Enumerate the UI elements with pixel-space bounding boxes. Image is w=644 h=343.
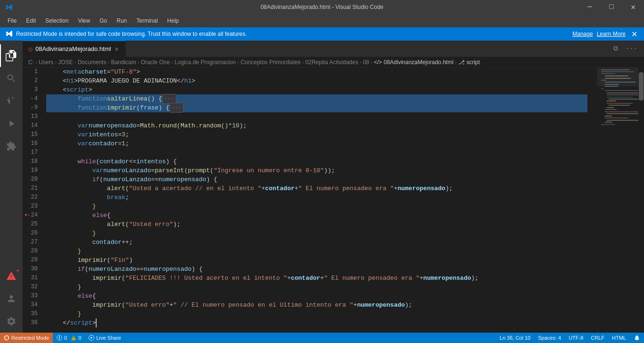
manage-link[interactable]: Manage [572, 31, 593, 37]
line-17: 17 [23, 148, 41, 157]
menu-go[interactable]: Go [96, 17, 111, 25]
breadcrumb-jose[interactable]: JOSE [58, 59, 73, 66]
encoding-setting[interactable]: UTF-8 [565, 333, 587, 343]
line-ending-setting[interactable]: CRLF [587, 333, 608, 343]
menu-bar: File Edit Selection View Go Run Terminal… [0, 14, 644, 27]
breadcrumb-script[interactable]: ⎇ script [458, 59, 480, 66]
code-line-28: } [46, 247, 587, 256]
code-line-21: alert("Usted a acertado // en el intento… [46, 184, 587, 193]
extensions-icon[interactable] [0, 135, 23, 158]
spaces-setting[interactable]: Spaces: 4 [534, 333, 565, 343]
tab-close-button[interactable]: × [114, 44, 119, 54]
run-debug-icon[interactable] [0, 112, 23, 135]
menu-selection[interactable]: Selection [41, 17, 72, 25]
account-icon[interactable] [0, 287, 23, 310]
svg-rect-5 [605, 75, 628, 76]
line-35: 35 [23, 310, 41, 318]
code-line-9: function imprimir(frase) { ··· [46, 103, 587, 112]
line-13: 13 [23, 112, 41, 121]
code-line-34: imprimir("Usted erro" + " // El numero p… [46, 301, 587, 310]
svg-rect-18 [607, 103, 633, 104]
line-3: 3 [23, 85, 41, 94]
line-36: 36 [23, 318, 41, 327]
status-bar: Restricted Mode 0 0 Live Share Ln 36, Co… [0, 333, 644, 343]
warnings-num: 0 [78, 335, 81, 341]
notification-close[interactable]: ✕ [629, 30, 639, 39]
svg-rect-3 [601, 71, 634, 72]
svg-rect-21 [605, 109, 617, 110]
line-4: ›4 [23, 94, 41, 103]
menu-help[interactable]: Help [164, 17, 183, 25]
source-control-icon[interactable] [0, 90, 23, 112]
code-line-1: <meta charset="UTF-8"> [46, 67, 587, 76]
status-left: Restricted Mode 0 0 Live Share [0, 333, 125, 343]
svg-rect-26 [607, 120, 642, 121]
code-line-32: } [46, 283, 587, 292]
breadcrumb-drive[interactable]: C: [28, 59, 34, 66]
notification-text: Restricted Mode is intended for safe cod… [16, 31, 569, 37]
errors-warnings-icon[interactable] [0, 265, 23, 287]
settings-icon[interactable] [0, 310, 23, 333]
status-right: Ln 36, Col 10 Spaces: 4 UTF-8 CRLF HTML [496, 333, 644, 343]
close-button[interactable]: ✕ [622, 0, 644, 14]
breadcrumb-users[interactable]: Users [39, 59, 53, 66]
minimize-button[interactable]: ─ [579, 0, 601, 14]
code-line-14: var numeropensado= Math.round(Math.rando… [46, 121, 587, 130]
vscode-notif-icon [5, 30, 12, 39]
breadcrumb-bandicam[interactable]: Bandicam [111, 59, 136, 66]
split-editor-icon[interactable]: ⧉ [611, 43, 621, 54]
vertical-scrollbar[interactable] [638, 67, 644, 333]
breadcrumb-08[interactable]: 08 [363, 59, 369, 66]
learn-more-link[interactable]: Learn More [597, 31, 626, 37]
live-share-label: Live Share [96, 335, 121, 341]
code-line-3: <script> [46, 85, 587, 94]
search-icon[interactable] [0, 67, 23, 90]
notification-bar: Restricted Mode is intended for safe cod… [0, 27, 644, 41]
code-editor[interactable]: 1 2 3 ›4 ›9 13 14 15 16 17 18 19 20 21 2… [23, 67, 644, 333]
breadcrumb-conceptos[interactable]: Conceptos Primordiales [240, 59, 300, 66]
menu-terminal[interactable]: Terminal [132, 17, 161, 25]
code-line-35: } [46, 310, 587, 318]
svg-rect-10 [605, 86, 618, 87]
line-26: 26 [23, 229, 41, 238]
code-content[interactable]: <meta charset="UTF-8"> <h1>PROGRAMA JUEG… [46, 67, 644, 333]
menu-edit[interactable]: Edit [22, 17, 40, 25]
menu-run[interactable]: Run [113, 17, 131, 25]
more-actions-icon[interactable]: ··· [623, 43, 640, 54]
minimap [597, 67, 644, 333]
language-mode[interactable]: HTML [608, 333, 630, 343]
line-19: 19 [23, 166, 41, 175]
breadcrumb-logica[interactable]: Logica de Programacion [174, 59, 236, 66]
title-bar: 08AdivinanzaMejorado.html - Visual Studi… [0, 0, 644, 14]
menu-view[interactable]: View [74, 17, 94, 25]
breadcrumb-file[interactable]: </> 08AdivinanzaMejorado.html [374, 59, 454, 66]
live-share-button[interactable]: Live Share [85, 333, 125, 343]
svg-rect-20 [607, 107, 614, 108]
notifications-button[interactable] [630, 333, 644, 343]
line-1: 1 [23, 67, 41, 76]
breadcrumb-oracle[interactable]: Oracle One [141, 59, 170, 66]
code-line-18: while (contador <= intentos) { [46, 157, 587, 166]
svg-rect-19 [609, 105, 630, 106]
active-tab[interactable]: ◇ 08AdivinanzaMejorado.html × [23, 41, 126, 57]
svg-rect-4 [601, 73, 615, 74]
restricted-mode-button[interactable]: Restricted Mode [0, 333, 53, 343]
explorer-icon[interactable] [0, 44, 23, 67]
errors-count[interactable]: 0 0 [53, 333, 85, 343]
breadcrumb-02repita[interactable]: 02Repita Actividades [305, 59, 358, 66]
cursor-position[interactable]: Ln 36, Col 10 [496, 333, 534, 343]
svg-rect-25 [605, 117, 628, 118]
line-14: 14 [23, 121, 41, 130]
main-area: ◇ 08AdivinanzaMejorado.html × ⧉ ··· C: ›… [0, 41, 644, 333]
line-29: 29 [23, 256, 41, 265]
vscode-logo [5, 3, 12, 11]
menu-file[interactable]: File [4, 17, 20, 25]
breadcrumb-documents[interactable]: Documents [78, 59, 107, 66]
line-28: 28 [23, 247, 41, 256]
line-22: 22 [23, 193, 41, 202]
window-title: 08AdivinanzaMejorado.html - Visual Studi… [261, 4, 384, 10]
editor-body: 1 2 3 ›4 ›9 13 14 15 16 17 18 19 20 21 2… [23, 67, 644, 333]
svg-rect-8 [605, 82, 636, 83]
line-24: ›24 [23, 211, 41, 220]
maximize-button[interactable]: □ [601, 0, 622, 14]
